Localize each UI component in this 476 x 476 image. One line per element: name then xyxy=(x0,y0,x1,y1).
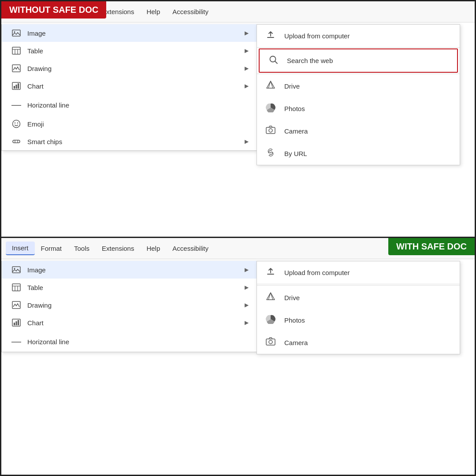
bottom-half: WITH SAFE DOC Insert Format Tools Extens… xyxy=(1,238,475,475)
svg-rect-27 xyxy=(12,284,20,291)
bottom-drawing-label: Drawing xyxy=(27,301,245,309)
menu-insert-bottom[interactable]: Insert xyxy=(6,242,35,255)
bottom-submenu-camera[interactable]: Camera xyxy=(257,331,460,354)
menu-accessibility-bottom[interactable]: Accessibility xyxy=(166,242,215,255)
bottom-right-submenu: Upload from computer Drive xyxy=(257,261,460,354)
svg-rect-2 xyxy=(12,47,20,54)
menu-format-bottom[interactable]: Format xyxy=(35,242,68,255)
bottom-image-icon xyxy=(10,265,23,274)
top-table-label: Table xyxy=(27,47,245,55)
top-search-label: Search the web xyxy=(287,57,333,64)
bottom-camera-icon xyxy=(266,337,280,349)
bottom-photos-label: Photos xyxy=(284,316,305,324)
bottom-divider xyxy=(257,285,460,286)
bottom-photos-icon xyxy=(266,314,280,326)
svg-rect-14 xyxy=(13,140,20,143)
bottom-menu-item-chart[interactable]: Chart ▶ xyxy=(2,314,257,331)
bottom-chart-label: Chart xyxy=(27,319,245,327)
bottom-drive-label: Drive xyxy=(284,294,300,301)
bottom-image-arrow: ▶ xyxy=(245,267,249,273)
top-menu-item-smartchips[interactable]: Smart chips ▶ xyxy=(2,133,257,150)
bottom-menu-item-table[interactable]: Table ▶ xyxy=(2,279,257,296)
top-drive-label: Drive xyxy=(284,82,300,90)
top-hline-label: Horizontal line xyxy=(27,101,249,109)
top-submenu-drive[interactable]: Drive xyxy=(257,75,460,97)
top-submenu-photos[interactable]: Photos xyxy=(257,97,460,120)
svg-rect-10 xyxy=(18,83,19,89)
top-half: WITHOUT SAFE DOC Insert Format Tools Ext… xyxy=(1,1,475,238)
menu-tools-bottom[interactable]: Tools xyxy=(68,242,96,255)
drive-icon xyxy=(266,80,280,92)
menu-accessibility-top[interactable]: Accessibility xyxy=(166,5,215,18)
top-menu-item-image[interactable]: Image ▶ xyxy=(2,24,257,42)
bottom-drawing-arrow: ▶ xyxy=(245,302,249,308)
svg-rect-35 xyxy=(18,320,19,325)
svg-rect-9 xyxy=(16,85,17,89)
svg-rect-34 xyxy=(16,321,17,325)
photos-icon xyxy=(266,103,280,115)
svg-rect-6 xyxy=(12,65,20,72)
top-emoji-label: Emoji xyxy=(27,120,249,128)
top-submenu-camera[interactable]: Camera xyxy=(257,120,460,142)
bottom-left-menu: Image ▶ Table ▶ xyxy=(1,261,257,352)
svg-point-12 xyxy=(15,123,15,123)
top-submenu-search[interactable]: Search the web xyxy=(259,48,458,73)
menu-help-top[interactable]: Help xyxy=(140,5,166,18)
bottom-menu-item-drawing[interactable]: Drawing ▶ xyxy=(2,296,257,314)
svg-rect-39 xyxy=(266,339,275,345)
bottom-chart-icon xyxy=(10,318,23,327)
table-icon xyxy=(10,46,23,55)
bottom-drive-icon xyxy=(266,292,280,304)
svg-point-13 xyxy=(17,123,18,123)
svg-point-1 xyxy=(14,31,15,33)
top-smartchips-label: Smart chips xyxy=(27,138,245,145)
smartchips-icon xyxy=(10,137,23,146)
image-icon xyxy=(10,29,23,37)
svg-point-26 xyxy=(14,268,15,269)
top-drawing-arrow: ▶ xyxy=(245,65,249,71)
bottom-dropdown-area: Image ▶ Table ▶ xyxy=(1,261,475,352)
top-image-label: Image xyxy=(27,30,245,37)
badge-with: WITH SAFE DOC xyxy=(388,238,475,255)
bottom-menu-item-hline[interactable]: — Horizontal line xyxy=(2,331,257,352)
top-divider xyxy=(257,74,460,74)
svg-line-18 xyxy=(275,61,277,63)
bottom-upload-label: Upload from computer xyxy=(284,269,350,276)
svg-point-40 xyxy=(269,340,272,344)
bottom-submenu-photos[interactable]: Photos xyxy=(257,309,460,331)
url-icon xyxy=(266,148,280,160)
top-menu-item-chart[interactable]: Chart ▶ xyxy=(2,77,257,95)
bottom-hline-label: Horizontal line xyxy=(27,338,249,346)
top-photos-label: Photos xyxy=(284,105,305,112)
bottom-upload-icon xyxy=(266,267,280,279)
bottom-table-arrow: ▶ xyxy=(245,284,249,290)
bottom-submenu-drive[interactable]: Drive xyxy=(257,286,460,309)
menu-help-bottom[interactable]: Help xyxy=(140,242,166,255)
bottom-submenu-upload[interactable]: Upload from computer xyxy=(257,261,460,284)
svg-marker-36 xyxy=(267,293,275,300)
badge-without: WITHOUT SAFE DOC xyxy=(1,1,106,19)
bottom-camera-label: Camera xyxy=(284,339,308,346)
chart-icon xyxy=(10,82,23,90)
menu-extensions-bottom[interactable]: Extensions xyxy=(96,242,140,255)
bottom-menu-item-image[interactable]: Image ▶ xyxy=(2,261,257,279)
camera-icon xyxy=(266,125,280,137)
svg-line-24 xyxy=(270,152,271,153)
top-submenu-url[interactable]: By URL xyxy=(257,142,460,165)
upload-icon xyxy=(266,30,280,42)
top-menu-item-emoji[interactable]: Emoji xyxy=(2,115,257,133)
top-submenu-upload[interactable]: Upload from computer xyxy=(257,25,460,48)
top-chart-label: Chart xyxy=(27,82,245,90)
top-menu-item-table[interactable]: Table ▶ xyxy=(2,42,257,60)
svg-rect-25 xyxy=(12,267,20,273)
top-menu-item-drawing[interactable]: Drawing ▶ xyxy=(2,60,257,77)
top-left-menu: Image ▶ Table ▶ xyxy=(1,24,257,151)
top-right-submenu: Upload from computer Search the web xyxy=(257,24,460,165)
top-chart-arrow: ▶ xyxy=(245,83,249,89)
top-upload-label: Upload from computer xyxy=(284,32,350,40)
bottom-table-label: Table xyxy=(27,284,245,291)
app-wrapper: WITHOUT SAFE DOC Insert Format Tools Ext… xyxy=(0,0,476,476)
top-menu-item-hline[interactable]: — Horizontal line xyxy=(2,95,257,115)
svg-marker-19 xyxy=(267,81,275,88)
top-table-arrow: ▶ xyxy=(245,48,249,54)
